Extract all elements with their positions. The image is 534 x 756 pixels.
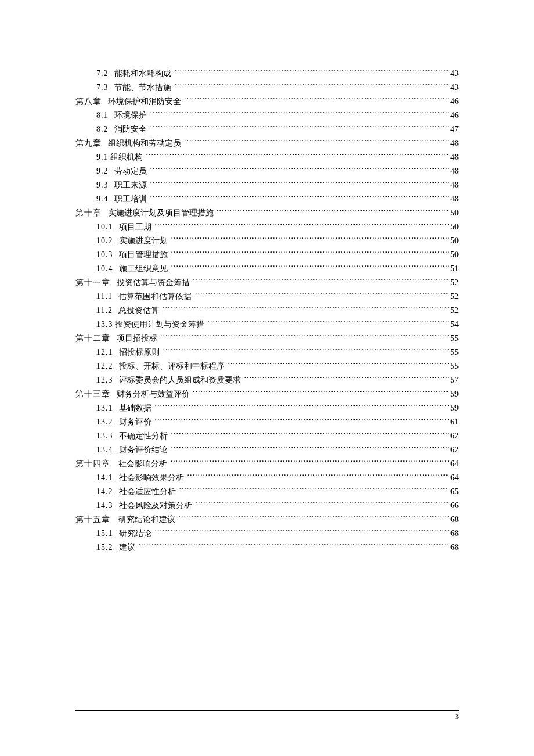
toc-leader-dots — [192, 388, 449, 397]
toc-entry-sep — [113, 541, 120, 555]
toc-entry-page: 55 — [449, 332, 459, 345]
toc-entry-title: 节能、节水措施 — [114, 81, 174, 95]
toc-entry-page: 48 — [449, 164, 459, 178]
toc-entry-number: 13.4 — [96, 443, 113, 457]
toc-leader-dots — [154, 528, 450, 536]
toc-leader-dots — [149, 124, 450, 132]
toc-entry-page: 48 — [449, 136, 459, 150]
toc-entry: 13.4 财务评价结论 62 — [75, 443, 459, 457]
toc-leader-dots — [186, 472, 450, 480]
toc-leader-dots — [174, 68, 450, 76]
toc-entry-page: 46 — [449, 95, 459, 109]
toc-entry-number: 10.1 — [96, 220, 113, 234]
toc-entry-sep — [109, 178, 115, 192]
toc-leader-dots — [194, 291, 449, 299]
toc-entry: 9.2 劳动定员 48 — [75, 164, 459, 178]
toc-leader-dots — [149, 165, 450, 174]
toc-entry-title: 基础数据 — [119, 401, 154, 415]
toc-entry: 8.1 环境保护 46 — [75, 109, 459, 123]
toc-leader-dots — [169, 458, 450, 466]
toc-entry-sep — [113, 401, 120, 415]
toc-entry-sep — [102, 206, 108, 220]
toc-entry-sep — [113, 415, 120, 429]
page-number: 3 — [455, 712, 459, 721]
toc-entry-page: 62 — [449, 443, 459, 457]
toc-entry-title: 投资使用计划与资金筹措 — [115, 318, 207, 332]
toc-entry-page: 48 — [449, 192, 459, 206]
toc-entry: 13.3 投资使用计划与资金筹措 54 — [75, 318, 459, 332]
toc-entry-number: 10.4 — [96, 262, 113, 276]
toc-entry: 11.2 总投资估算 52 — [75, 304, 459, 318]
toc-entry-number: 9.4 — [96, 192, 109, 206]
toc-leader-dots — [149, 193, 450, 201]
toc-entry-title: 组织机构 — [110, 150, 145, 164]
toc-entry-number: 7.3 — [96, 81, 109, 95]
toc-entry-page: 59 — [449, 387, 459, 401]
toc-leader-dots — [243, 375, 450, 383]
toc-entry: 10.3 项目管理措施 50 — [75, 248, 459, 262]
toc-entry: 12.1 招投标原则 55 — [75, 345, 459, 359]
toc-entry-number: 7.2 — [96, 67, 109, 81]
toc-entry: 14.3 社会风险及对策分析 66 — [75, 499, 459, 513]
toc-entry-number: 第八章 — [75, 95, 102, 109]
toc-entry-sep — [109, 192, 115, 206]
toc-entry: 15.1 研究结论 68 — [75, 527, 459, 541]
toc-entry-title: 项目工期 — [119, 220, 154, 234]
toc-entry-page: 52 — [449, 290, 459, 304]
toc-entry-number: 9.2 — [96, 164, 109, 178]
toc-entry-title: 财务分析与效益评价 — [117, 387, 192, 401]
toc-entry: 9.1 组织机构 48 — [75, 150, 459, 164]
toc-entry-number: 13.3 — [96, 429, 113, 443]
toc-entry: 第九章 组织机构和劳动定员 48 — [75, 136, 459, 150]
toc-entry-sep — [113, 220, 120, 234]
toc-entry-title: 社会影响效果分析 — [119, 471, 186, 485]
toc-leader-dots — [174, 82, 450, 90]
toc-entry-page: 64 — [449, 457, 459, 471]
toc-entry: 13.3 不确定性分析 62 — [75, 429, 459, 443]
toc-entry-page: 43 — [449, 81, 459, 95]
table-of-contents: 7.2 能耗和水耗构成 437.3 节能、节水措施 43第八章 环境保护和消防安… — [75, 67, 459, 555]
toc-entry-number: 9.3 — [96, 178, 109, 192]
toc-entry: 11.1 估算范围和估算依据 52 — [75, 290, 459, 304]
toc-entry-title: 建议 — [119, 541, 138, 555]
toc-entry-title: 能耗和水耗构成 — [114, 67, 174, 81]
toc-entry-sep — [113, 304, 119, 318]
toc-entry-title: 环境保护 — [114, 109, 149, 123]
toc-entry-number: 8.1 — [96, 109, 109, 123]
toc-entry-number: 10.2 — [96, 234, 113, 248]
toc-entry-page: 52 — [449, 304, 459, 318]
toc-entry: 7.3 节能、节水措施 43 — [75, 81, 459, 95]
toc-leader-dots — [145, 152, 450, 160]
toc-entry-number: 8.2 — [96, 123, 109, 136]
toc-entry-sep — [113, 499, 120, 513]
toc-entry-title: 实施进度计划及项目管理措施 — [108, 206, 216, 220]
toc-leader-dots — [159, 333, 449, 341]
toc-leader-dots — [154, 402, 450, 411]
toc-entry-page: 66 — [449, 499, 459, 513]
toc-leader-dots — [170, 444, 450, 452]
toc-entry-number: 第十四章 — [75, 457, 110, 471]
toc-entry-number: 14.3 — [96, 499, 113, 513]
toc-entry: 9.4 职工培训 48 — [75, 192, 459, 206]
toc-entry: 10.1 项目工期 50 — [75, 220, 459, 234]
toc-entry-page: 50 — [449, 234, 459, 248]
toc-entry-page: 50 — [449, 220, 459, 234]
toc-entry-title: 招投标原则 — [119, 345, 162, 359]
toc-entry-number: 11.2 — [96, 304, 113, 318]
toc-entry-number: 第十章 — [75, 206, 102, 220]
toc-entry-title: 社会风险及对策分析 — [119, 499, 194, 513]
toc-entry-page: 48 — [449, 150, 459, 164]
toc-entry-title: 社会适应性分析 — [119, 485, 178, 499]
toc-entry-page: 55 — [449, 345, 459, 359]
toc-leader-dots — [170, 235, 450, 243]
toc-entry-page: 68 — [449, 541, 459, 555]
toc-entry: 10.2 实施进度计划 50 — [75, 234, 459, 248]
toc-entry-title: 研究结论 — [119, 527, 154, 541]
toc-entry-title: 财务评价 — [119, 415, 154, 429]
toc-entry-page: 54 — [449, 318, 459, 332]
toc-entry-number: 13.2 — [96, 415, 113, 429]
toc-entry-sep — [110, 513, 118, 527]
toc-entry-title: 劳动定员 — [114, 164, 149, 178]
toc-leader-dots — [192, 277, 449, 285]
toc-entry-page: 52 — [449, 276, 459, 290]
